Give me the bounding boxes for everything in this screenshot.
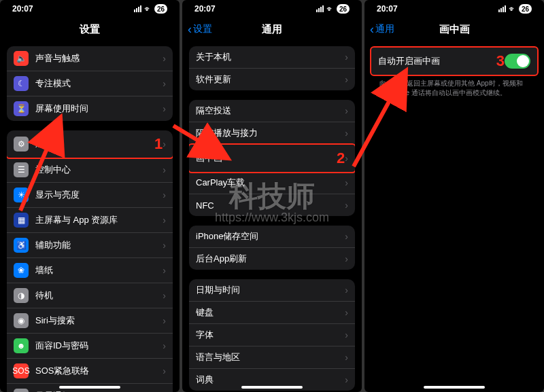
page-title: 通用: [262, 23, 282, 36]
faceid-icon: ☻: [14, 338, 29, 353]
general-row[interactable]: 日期与时间›: [189, 279, 355, 302]
row-label: 键盘: [196, 306, 345, 319]
chevron-right-icon: ›: [163, 53, 166, 64]
auto-pip-row[interactable]: 自动开启画中画 3: [371, 48, 537, 75]
chevron-right-icon: ›: [163, 240, 166, 251]
row-label: 显示与亮度: [35, 189, 163, 201]
chevron-right-icon: ›: [345, 52, 348, 63]
general-row[interactable]: NFC›: [189, 194, 355, 216]
screentime-icon: ⏳: [14, 101, 29, 116]
siri-icon: ◉: [14, 313, 29, 328]
sos-icon: SOS: [14, 363, 29, 378]
settings-row[interactable]: ☀显示与亮度›: [7, 183, 173, 208]
settings-row[interactable]: ❀墙纸›: [7, 258, 173, 283]
home-indicator[interactable]: [241, 386, 303, 389]
auto-pip-toggle[interactable]: [505, 54, 530, 69]
row-label: 隔空投送: [196, 105, 345, 117]
general-list[interactable]: 关于本机›软件更新›隔空投送›隔空播放与接力›画中画2›CarPlay车载›NF…: [182, 41, 362, 392]
settings-row[interactable]: ☾专注模式›: [7, 71, 173, 96]
status-bar: 20:07 ᯤ 26: [364, 0, 544, 18]
settings-row[interactable]: ☻面容ID与密码›: [7, 334, 173, 359]
pip-toggle-group: 自动开启画中画 3: [370, 46, 539, 76]
settings-group: ⚙通用1›☰控制中心›☀显示与亮度›▦主屏幕与 App 资源库›♿辅助功能›❀墙…: [7, 130, 173, 392]
chevron-right-icon: ›: [163, 103, 166, 114]
general-row[interactable]: 画中画2›: [189, 143, 355, 173]
chevron-right-icon: ›: [345, 352, 348, 363]
pip-screen: 20:07 ᯤ 26 ‹ 通用 画中画 自动开启画中画 3 向上轻扫返回主屏幕或…: [364, 0, 544, 392]
general-row[interactable]: 隔空播放与接力›: [189, 122, 355, 145]
battery-pill: 26: [519, 4, 532, 14]
row-label: 日期与时间: [196, 284, 345, 296]
settings-group: 🔈声音与触感›☾专注模式›⏳屏幕使用时间›: [7, 46, 173, 121]
settings-row[interactable]: ◑待机›: [7, 283, 173, 308]
chevron-right-icon: ›: [163, 78, 166, 89]
general-row[interactable]: iPhone储存空间›: [189, 226, 355, 248]
row-label: 主屏幕与 App 资源库: [35, 214, 163, 226]
chevron-left-icon: ‹: [188, 23, 192, 35]
settings-row[interactable]: ◉Siri与搜索›: [7, 308, 173, 334]
home-indicator[interactable]: [424, 386, 485, 389]
chevron-right-icon: ›: [345, 374, 348, 385]
page-title: 设置: [80, 23, 100, 36]
general-row[interactable]: 键盘›: [189, 302, 355, 324]
chevron-right-icon: ›: [345, 128, 348, 139]
general-icon: ⚙: [14, 137, 29, 152]
status-bar: 20:07 ᯤ 26: [182, 0, 362, 18]
status-time: 20:07: [377, 4, 398, 14]
settings-row[interactable]: ▦主屏幕与 App 资源库›: [7, 208, 173, 233]
battery-pill: 26: [154, 4, 167, 14]
chevron-right-icon: ›: [345, 74, 348, 85]
step-number-3: 3: [496, 52, 505, 70]
row-label: 关于本机: [196, 51, 345, 63]
back-button[interactable]: ‹ 通用: [370, 23, 394, 35]
back-label: 通用: [375, 23, 394, 35]
row-label: 词典: [196, 374, 345, 386]
settings-row[interactable]: ♿辅助功能›: [7, 233, 173, 258]
status-time: 20:07: [194, 4, 216, 14]
row-label: 专注模式: [35, 77, 163, 90]
chevron-right-icon: ›: [163, 139, 166, 149]
back-button[interactable]: ‹ 设置: [188, 23, 212, 35]
control-center-icon: ☰: [14, 162, 29, 177]
step-number-2: 2: [337, 149, 345, 167]
settings-row[interactable]: ⏳屏幕使用时间›: [7, 96, 173, 121]
sound-icon: 🔈: [14, 51, 29, 66]
settings-row[interactable]: ⚙通用1›: [7, 130, 173, 159]
row-label: CarPlay车载: [196, 177, 345, 189]
accessibility-icon: ♿: [14, 238, 29, 253]
settings-list[interactable]: 🔈声音与触感›☾专注模式›⏳屏幕使用时间›⚙通用1›☰控制中心›☀显示与亮度›▦…: [0, 41, 180, 392]
chevron-right-icon: ›: [345, 177, 348, 188]
chevron-right-icon: ›: [345, 329, 348, 340]
general-row[interactable]: 隔空投送›: [189, 100, 355, 122]
general-row[interactable]: 语言与地区›: [189, 346, 355, 369]
row-label: Siri与搜索: [35, 315, 163, 327]
wifi-icon: ᯤ: [509, 5, 516, 13]
wallpaper-icon: ❀: [14, 263, 29, 278]
status-right: ᯤ 26: [134, 4, 167, 14]
general-row[interactable]: 关于本机›: [189, 46, 355, 69]
general-row[interactable]: 软件更新›: [189, 69, 355, 90]
general-row[interactable]: 字体›: [189, 324, 355, 346]
home-indicator[interactable]: [59, 386, 120, 389]
chevron-right-icon: ›: [345, 200, 348, 211]
settings-row[interactable]: 🔈声音与触感›: [7, 46, 173, 71]
settings-row[interactable]: SOSSOS紧急联络›: [7, 359, 173, 384]
wifi-icon: ᯤ: [326, 5, 334, 13]
general-row[interactable]: CarPlay车载›: [189, 172, 355, 194]
chevron-right-icon: ›: [345, 307, 348, 318]
row-label: 软件更新: [196, 73, 345, 86]
display-icon: ☀: [14, 188, 29, 202]
nav-header: ‹ 设置 通用: [182, 18, 362, 41]
signal-icon: [134, 5, 141, 12]
auto-pip-label: 自动开启画中画: [378, 55, 492, 67]
pip-content: 自动开启画中画 3 向上轻扫返回主屏幕或使用其他 App时，视频和 FaceTi…: [364, 41, 544, 392]
status-right: ᯤ 26: [316, 4, 350, 14]
general-screen: 20:07 ᯤ 26 ‹ 设置 通用 关于本机›软件更新›隔空投送›隔空播放与接…: [182, 0, 362, 392]
settings-row[interactable]: ☰控制中心›: [7, 158, 173, 183]
general-group: iPhone储存空间›后台App刷新›: [189, 226, 355, 270]
general-group: 隔空投送›隔空播放与接力›画中画2›CarPlay车载›NFC›: [189, 100, 355, 216]
signal-icon: [316, 5, 324, 12]
chevron-left-icon: ‹: [370, 23, 374, 35]
chevron-right-icon: ›: [163, 290, 166, 301]
general-row[interactable]: 后台App刷新›: [189, 248, 355, 270]
